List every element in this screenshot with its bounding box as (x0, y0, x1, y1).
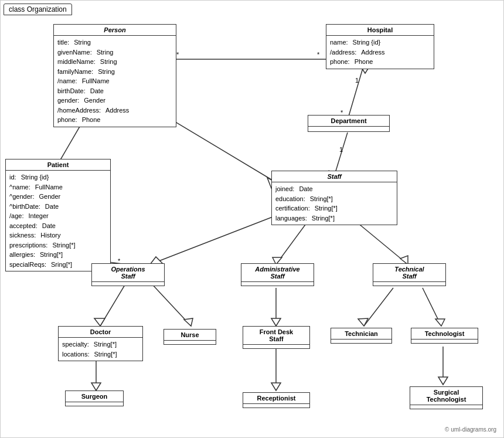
svg-line-7 (335, 133, 348, 175)
svg-marker-30 (358, 318, 368, 326)
class-nurse: Nurse (164, 329, 216, 345)
class-receptionist: Receptionist (243, 392, 310, 408)
doctor-title: Doctor (59, 327, 142, 338)
class-surgical-technologist: SurgicalTechnologist (410, 386, 483, 409)
class-technologist: Technologist (411, 328, 478, 344)
svg-text:*: * (317, 51, 320, 58)
hospital-attrs: name:String {id} /address:Address phone:… (326, 36, 434, 69)
svg-line-25 (150, 282, 191, 326)
staff-attrs: joined:Date education:String[*] certific… (272, 182, 397, 225)
patient-title: Patient (6, 159, 110, 171)
diagram-title: class Organization (4, 4, 72, 15)
front-desk-staff-title: Front DeskStaff (243, 327, 309, 345)
svg-line-23 (100, 282, 127, 326)
hospital-title: Hospital (326, 25, 434, 36)
doctor-attrs: specialty:String[*] locations:String[*] (59, 338, 142, 361)
receptionist-title: Receptionist (243, 393, 309, 404)
svg-marker-36 (271, 383, 281, 391)
class-technician: Technician (331, 328, 392, 344)
class-technical-staff: TechnicalStaff (373, 263, 446, 286)
class-staff: Staff joined:Date education:String[*] ce… (271, 171, 397, 225)
person-title: Person (54, 25, 176, 36)
copyright: © uml-diagrams.org (445, 426, 496, 433)
class-hospital: Hospital name:String {id} /address:Addre… (326, 24, 434, 69)
svg-marker-34 (91, 383, 101, 391)
patient-attrs: id:String {id} ^name:FullName ^gender:Ge… (6, 171, 110, 271)
class-surgeon: Surgeon (65, 391, 124, 406)
svg-marker-38 (438, 377, 448, 385)
class-department: Department (308, 115, 390, 132)
administrative-staff-title: AdministrativeStaff (241, 264, 314, 282)
technical-staff-title: TechnicalStaff (373, 264, 445, 282)
department-title: Department (308, 116, 389, 127)
svg-marker-32 (435, 319, 445, 326)
svg-line-29 (364, 288, 393, 326)
class-person: Person title:String givenName:String mid… (53, 24, 176, 127)
department-attrs (308, 127, 389, 131)
operations-staff-title: OperationsStaff (92, 264, 164, 282)
svg-marker-24 (94, 318, 105, 326)
technologist-title: Technologist (411, 328, 478, 339)
svg-text:*: * (176, 51, 179, 58)
class-administrative-staff: AdministrativeStaff (241, 263, 314, 286)
svg-text:1: 1 (355, 77, 359, 84)
class-doctor: Doctor specialty:String[*] locations:Str… (58, 326, 143, 361)
surgical-technologist-title: SurgicalTechnologist (410, 387, 482, 405)
diagram-container: class Organization * * 1 * 1 * * * (0, 0, 504, 438)
svg-marker-28 (271, 318, 281, 326)
class-front-desk-staff: Front DeskStaff (243, 326, 310, 349)
svg-marker-26 (184, 318, 193, 326)
staff-title: Staff (272, 171, 397, 182)
class-patient: Patient id:String {id} ^name:FullName ^g… (5, 159, 111, 271)
technician-title: Technician (331, 328, 391, 339)
surgeon-title: Surgeon (66, 391, 123, 402)
svg-line-31 (423, 288, 441, 326)
person-attrs: title:String givenName:String middleName… (54, 36, 176, 127)
class-operations-staff: OperationsStaff (91, 263, 165, 286)
nurse-title: Nurse (164, 330, 216, 341)
svg-text:1: 1 (339, 146, 343, 153)
